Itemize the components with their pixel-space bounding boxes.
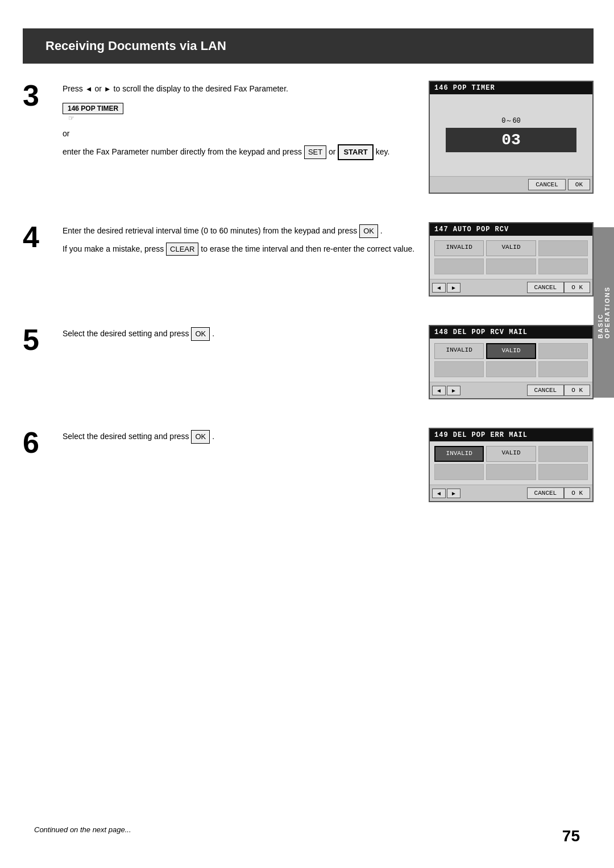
screen-4-box: 147 AUTO POP RCV INVALID VALID ◄ ► CANCE… [429,222,594,297]
step-4-para-2: If you make a mistake, press CLEAR to er… [63,243,417,256]
step-6-screen: 149 DEL POP ERR MAIL INVALID VALID ◄ ► C… [429,428,594,502]
screen-3-title: 146 POP TIMER [430,82,592,94]
page-number: 75 [562,827,580,845]
screen-5-box: 148 DEL POP RCV MAIL INVALID VALID ◄ ► C… [429,325,594,399]
cell-invalid-6: INVALID [434,446,484,462]
screen-4-ok-btn[interactable]: O K [564,282,590,293]
screen-3-cancel-btn[interactable]: CANCEL [528,179,566,190]
cell-empty-6c [486,464,536,480]
step-5-number: 5 [23,325,63,354]
screen-6-cancel-btn[interactable]: CANCEL [527,487,565,499]
cell-empty-5b [434,361,484,377]
main-content: 3 Press or to scroll the display to the … [23,64,594,536]
step-3-row: 3 Press or to scroll the display to the … [23,75,594,199]
screen-3-range: 0～60 [434,116,588,126]
screen-3-ok-btn[interactable]: OK [568,179,590,190]
cell-valid-6: VALID [486,446,536,462]
screen-4-cancel-btn[interactable]: CANCEL [527,282,565,293]
cursor-hint: ☞ [68,114,417,122]
cell-empty-5d [538,361,588,377]
screen-4-title: 147 AUTO POP RCV [430,223,592,236]
arrow-right-icon [104,84,111,93]
step-5-para-1: Select the desired setting and press OK … [63,327,417,341]
screen-3-box: 146 POP TIMER 0～60 03 CANCEL OK [429,81,594,194]
continued-text: Continued on the next page... [34,825,131,834]
screen-6-next-btn[interactable]: ► [447,489,460,498]
cell-invalid-4: INVALID [434,240,484,256]
cell-invalid-5: INVALID [434,343,484,359]
screen-6-prev-btn[interactable]: ◄ [432,489,446,498]
set-button-label: SET [304,145,326,159]
cell-valid-4: VALID [486,240,536,256]
step-4-content: Enter the desired retrieval interval tim… [63,222,429,260]
screen-4-grid: INVALID VALID [430,236,592,279]
step-5-content: Select the desired setting and press OK … [63,325,429,345]
step-3-number: 3 [23,81,63,110]
step-3-para-1: Press or to scroll the display to the de… [63,83,417,95]
cell-empty-5a [538,343,588,359]
screen-5-next-btn[interactable]: ► [447,386,460,395]
step-3-para-2: enter the Fax Parameter number directly … [63,144,417,160]
screen-5-cancel-btn[interactable]: CANCEL [527,385,565,396]
step-6-content: Select the desired setting and press OK … [63,428,429,448]
cell-empty-4d [538,258,588,274]
screen-6-box: 149 DEL POP ERR MAIL INVALID VALID ◄ ► C… [429,428,594,502]
ok-btn-label-5: OK [191,327,210,341]
cell-empty-4c [486,258,536,274]
step-4-screen: 147 AUTO POP RCV INVALID VALID ◄ ► CANCE… [429,222,594,297]
screen-4-prev-btn[interactable]: ◄ [432,283,446,293]
start-button-label: START [338,144,373,160]
screen-6-title: 149 DEL POP ERR MAIL [430,429,592,441]
cell-empty-6b [434,464,484,480]
screen-5-ok-btn[interactable]: O K [564,385,590,396]
step-6-row: 6 Select the desired setting and press O… [23,422,594,508]
step-4-number: 4 [23,222,63,252]
cell-empty-6a [538,446,588,462]
step-5-screen: 148 DEL POP RCV MAIL INVALID VALID ◄ ► C… [429,325,594,399]
clear-btn-label: CLEAR [166,243,198,256]
page-header: Receiving Documents via LAN [23,28,594,64]
screen-5-nav: ◄ ► CANCEL O K [430,382,592,398]
step-6-para-1: Select the desired setting and press OK … [63,430,417,444]
screen-5-grid: INVALID VALID [430,339,592,382]
step-3-screen: 146 POP TIMER 0～60 03 CANCEL OK [429,81,594,194]
side-tab-label: BASICOPERATIONS [597,286,611,339]
ok-btn-label-4: OK [359,224,378,238]
screen-3-buttons: CANCEL OK [430,176,592,193]
ok-btn-label-6: OK [191,430,210,444]
arrow-left-icon [85,84,93,93]
side-tab: BASICOPERATIONS [594,227,614,398]
step-5-row: 5 Select the desired setting and press O… [23,319,594,405]
step-6-number: 6 [23,428,63,457]
screen-3-body: 0～60 03 [430,94,592,176]
param-label-146: 146 POP TIMER [63,103,123,114]
step-3-content: Press or to scroll the display to the de… [63,81,429,165]
screen-5-prev-btn[interactable]: ◄ [432,386,446,395]
cell-empty-4a [538,240,588,256]
screen-4-nav: ◄ ► CANCEL O K [430,279,592,295]
screen-6-grid: INVALID VALID [430,441,592,485]
cell-empty-6d [538,464,588,480]
cell-empty-5c [486,361,536,377]
screen-6-ok-btn[interactable]: O K [564,487,590,499]
step-4-para-1: Enter the desired retrieval interval tim… [63,224,417,238]
screen-6-nav: ◄ ► CANCEL O K [430,485,592,501]
page-title: Receiving Documents via LAN [45,39,226,53]
screen-4-next-btn[interactable]: ► [447,283,460,293]
step-3-para-or: or [63,128,417,140]
screen-5-title: 148 DEL POP RCV MAIL [430,326,592,339]
screen-3-value: 03 [446,128,576,152]
step-4-row: 4 Enter the desired retrieval interval t… [23,216,594,302]
cell-empty-4b [434,258,484,274]
cell-valid-5: VALID [486,343,536,359]
